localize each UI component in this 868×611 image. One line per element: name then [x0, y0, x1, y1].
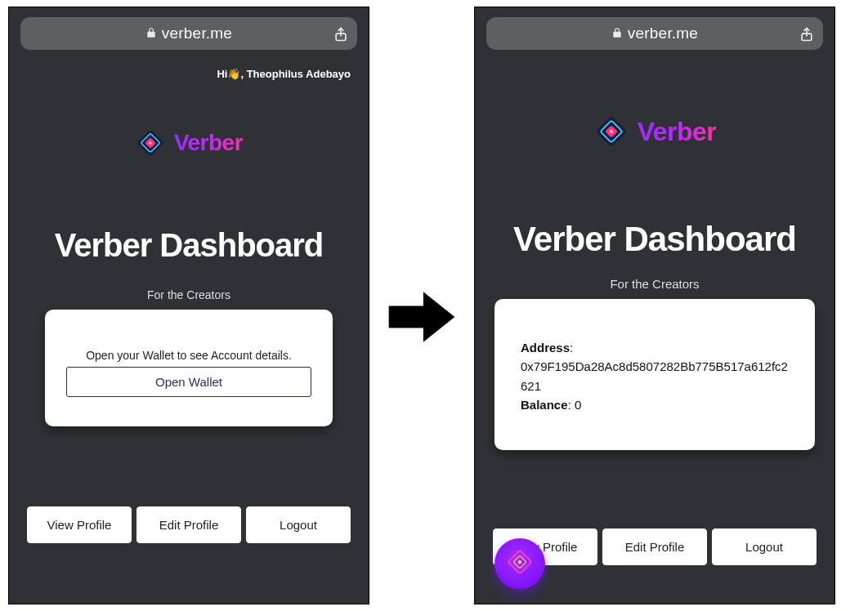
logout-button[interactable]: Logout — [712, 528, 817, 565]
page-title: Verber Dashboard — [9, 227, 369, 264]
lock-icon — [145, 27, 157, 41]
phone-screen-wallet-open: verber.me Verber Verber Dashboard For th… — [474, 7, 835, 604]
phone-screen-wallet-closed: verber.me Hi👋, Theophilus Adebayo Verber… — [8, 7, 369, 604]
view-profile-button[interactable]: View Profile — [27, 506, 132, 543]
wallet-balance-row: Balance: 0 — [521, 395, 789, 414]
floating-action-button[interactable] — [494, 538, 545, 589]
brand-name: Verber — [638, 117, 717, 147]
page-title: Verber Dashboard — [475, 220, 834, 259]
brand-name: Verber — [174, 130, 243, 156]
wallet-prompt-text: Open your Wallet to see Account details. — [66, 349, 311, 362]
edit-profile-button[interactable]: Edit Profile — [136, 506, 241, 543]
wallet-address-row: Address: — [521, 338, 789, 357]
page-subtitle: For the Creators — [9, 288, 369, 301]
wave-icon: 👋 — [227, 68, 240, 80]
lock-icon — [611, 27, 623, 41]
svg-point-12 — [517, 560, 522, 564]
open-wallet-button[interactable]: Open Wallet — [66, 367, 311, 397]
brand-logo-row: Verber — [475, 114, 834, 149]
wallet-card-closed: Open your Wallet to see Account details.… — [45, 310, 333, 426]
browser-url-text: verber.me — [628, 25, 698, 42]
wallet-card-open: Address: 0x79F195Da28Ac8d5807282Bb775B51… — [494, 299, 815, 450]
greeting-text: Hi👋, Theophilus Adebayo — [9, 50, 369, 80]
verber-logo-icon — [135, 127, 166, 158]
verber-logo-icon — [505, 547, 535, 580]
brand-logo-row: Verber — [9, 127, 369, 158]
share-icon[interactable] — [799, 26, 813, 41]
action-button-row: View Profile Edit Profile Logout — [27, 506, 351, 543]
logout-button[interactable]: Logout — [246, 506, 351, 543]
verber-logo-icon — [593, 114, 629, 149]
browser-url-text: verber.me — [162, 25, 232, 42]
arrow-right-icon — [383, 278, 461, 356]
browser-url-bar[interactable]: verber.me — [20, 17, 357, 50]
browser-url-bar[interactable]: verber.me — [486, 17, 823, 50]
wallet-balance-value: 0 — [575, 398, 581, 412]
wallet-address-label: Address — [521, 341, 570, 355]
wallet-address-value: 0x79F195Da28Ac8d5807282Bb775B517a612fc26… — [521, 357, 789, 395]
page-subtitle: For the Creators — [475, 277, 834, 291]
wallet-balance-label: Balance — [521, 398, 568, 412]
share-icon[interactable] — [333, 26, 347, 41]
edit-profile-button[interactable]: Edit Profile — [602, 528, 707, 565]
